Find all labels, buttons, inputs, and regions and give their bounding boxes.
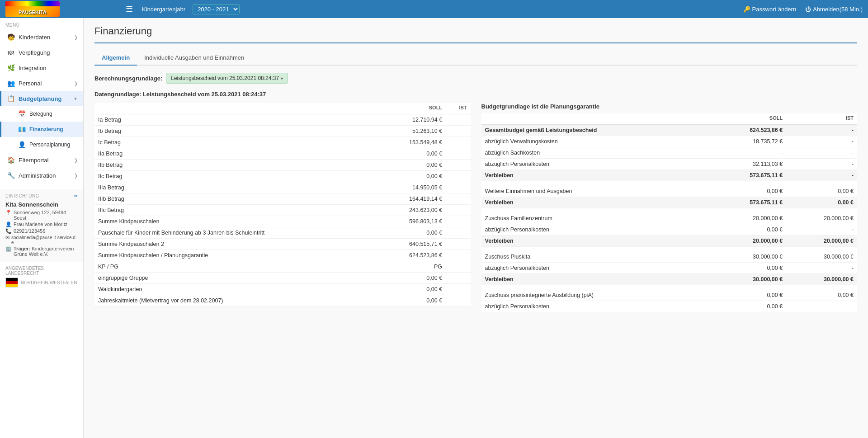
row-label: abzüglich Sachkosten [481, 147, 710, 159]
einrichtung-edit-icon[interactable]: ✏ [74, 193, 78, 198]
row-label: Zuschuss praxisintegrierte Ausbildung (p… [481, 290, 710, 301]
row-soll: 20.000,00 € [709, 213, 786, 224]
left-section: SOLL IST Ia Betrag12.710,94 €Ib Betrag51… [94, 103, 471, 312]
einrichtung-label: EINRICHTUNG [5, 193, 39, 198]
table-row: Verbleiben573.675,11 €0,00 € [481, 197, 858, 208]
right-section: Budgetgrundlage ist die Planungsgarantie… [481, 103, 858, 312]
row-soll: 0,00 € [380, 227, 446, 239]
table-row: abzüglich Personalkosten32.113,03 €- [481, 159, 858, 170]
row-label: eingruppige Gruppe [94, 273, 380, 284]
row-soll: 20.000,00 € [709, 235, 786, 247]
row-soll: 624.523,86 € [380, 250, 446, 261]
table-row: IIIc Betrag243.623,00 € [94, 205, 471, 216]
dropdown-caret-icon: ▾ [281, 76, 283, 81]
traeger-icon: 🏢 [5, 246, 12, 252]
row-ist: 0,00 € [786, 197, 857, 208]
landesrecht-label: ANGEWENDETES LANDESRECHT [5, 266, 78, 276]
table-row: abzüglich Personalkosten0,00 €- [481, 224, 858, 235]
berechnungs-value: Leistungsbescheid vom 25.03.2021 08:24:3… [171, 75, 279, 81]
table-row: abzüglich Verwaltungskosten18.735,72 €- [481, 136, 858, 147]
chevron-right-icon: ❯ [74, 35, 78, 40]
budgetplanung-icon: 📋 [7, 95, 15, 102]
row-soll: 0,00 € [709, 186, 786, 197]
phone-icon: 📞 [5, 228, 12, 234]
table-row: Verbleiben573.675,11 €- [481, 170, 858, 181]
table-row: IIIa Betrag14.950,05 € [94, 182, 471, 193]
table-row: Zuschuss Familienzentrum20.000,00 €20.00… [481, 213, 858, 224]
hamburger-menu-icon[interactable]: ☰ [126, 4, 133, 14]
chevron-right-icon: ❯ [74, 81, 78, 86]
main-content: Finanzierung Allgemein Individuelle Ausg… [84, 18, 868, 438]
sidebar-item-administration[interactable]: 🔧 Administration ❯ [0, 168, 83, 183]
logout-button[interactable]: ⏻ Abmelden(58 Min.) [805, 6, 863, 13]
key-icon: 🔑 [743, 6, 750, 13]
sidebar-item-belegung[interactable]: 📅 Belegung [0, 106, 83, 122]
sidebar-item-verpflegung[interactable]: 🍽 Verpflegung [0, 45, 83, 60]
sidebar-item-label: Budgetplanung [19, 95, 61, 102]
sidebar-item-label: Elternportal [19, 157, 48, 164]
row-label: abzüglich Personalkosten [481, 263, 710, 274]
table-row: Ib Betrag51.263,10 € [94, 126, 471, 137]
table-row: Gesamtbudget gemäß Leistungsbescheid624.… [481, 125, 858, 136]
table-row: Summe Kindpauschalen 2640.515,71 € [94, 239, 471, 250]
sidebar-item-label: Belegung [29, 111, 52, 117]
top-navigation: PAUSEKITA ☰ Kindergartenjahr 2020 - 2021… [0, 0, 868, 18]
row-ist: - [786, 170, 857, 181]
row-soll: 32.113,03 € [709, 159, 786, 170]
sidebar-item-personalplanung[interactable]: 👤 Personalplanung [0, 137, 83, 152]
elternportal-icon: 🏠 [7, 156, 15, 164]
table-spacer [481, 208, 858, 213]
row-ist [446, 205, 470, 216]
row-ist: - [786, 136, 857, 147]
col-header-ist: IST [786, 113, 857, 125]
row-soll: 30.000,00 € [709, 274, 786, 285]
chevron-right-icon: ❯ [74, 173, 78, 178]
row-soll: 624.523,86 € [709, 125, 786, 136]
sidebar: MENÜ 🧒 Kinderdaten ❯ 🍽 Verpflegung 🌿 Int… [0, 18, 84, 438]
sidebar-item-label: Personal [19, 80, 42, 87]
row-soll: 0,00 € [380, 273, 446, 284]
email-icon: ✉ [5, 235, 9, 241]
row-ist: - [786, 147, 857, 159]
row-label: Gesamtbudget gemäß Leistungsbescheid [481, 125, 710, 136]
row-ist [446, 216, 470, 227]
kindergartenjahr-select[interactable]: 2020 - 2021 2019 - 2020 2021 - 2022 [193, 4, 240, 14]
table-row: KP / PGPG [94, 261, 471, 273]
einrichtung-address: 📍 Sonnenweg 122, 59494 Soest [5, 210, 78, 221]
sidebar-item-kinderdaten[interactable]: 🧒 Kinderdaten ❯ [0, 29, 83, 45]
row-soll: 0,00 € [380, 171, 446, 182]
row-label: Zuschuss Familienzentrum [481, 213, 710, 224]
verpflegung-icon: 🍽 [7, 49, 15, 56]
row-ist [446, 160, 470, 171]
row-soll: 0,00 € [709, 224, 786, 235]
tab-allgemein[interactable]: Allgemein [94, 51, 137, 66]
col-header-ist: IST [446, 103, 470, 114]
sidebar-item-integration[interactable]: 🌿 Integration [0, 60, 83, 75]
einrichtung-email: ✉ socialmedia@pause-it-service.de [5, 235, 78, 245]
kindergartenjahr-label: Kindergartenjahr [142, 6, 185, 13]
table-row: Waldkindergarten0,00 € [94, 284, 471, 295]
password-change-button[interactable]: 🔑 Passwort ändern [743, 6, 797, 13]
right-finance-table: SOLL IST Gesamtbudget gemäß Leistungsbes… [481, 113, 858, 312]
row-soll: 14.950,05 € [380, 182, 446, 193]
sidebar-item-budgetplanung[interactable]: 📋 Budgetplanung ▼ [0, 91, 83, 106]
einrichtung-name: Kita Sonnenschein [5, 201, 78, 208]
title-underline [94, 42, 857, 43]
tab-bar: Allgemein Individuelle Ausgaben und Einn… [94, 51, 857, 66]
col-header-label [94, 103, 380, 114]
row-ist [446, 295, 470, 306]
sidebar-item-elternportal[interactable]: 🏠 Elternportal ❯ [0, 152, 83, 168]
row-ist [446, 284, 470, 295]
sidebar-item-personal[interactable]: 👥 Personal ❯ [0, 75, 83, 91]
col-header-soll: SOLL [380, 103, 446, 114]
row-ist: - [786, 159, 857, 170]
berechnungsgrundlage-select[interactable]: Leistungsbescheid vom 25.03.2021 08:24:3… [166, 73, 288, 84]
sidebar-divider [0, 186, 83, 186]
sidebar-item-finanzierung[interactable]: 💶 Finanzierung [0, 122, 83, 137]
personalplanung-icon: 👤 [18, 141, 26, 148]
row-ist: - [786, 125, 857, 136]
tab-individuelle[interactable]: Individuelle Ausgaben und Einnahmen [137, 51, 251, 66]
two-column-layout: SOLL IST Ia Betrag12.710,94 €Ib Betrag51… [94, 103, 857, 312]
row-label: Waldkindergarten [94, 284, 380, 295]
row-label: Summe Kindpauschalen 2 [94, 239, 380, 250]
